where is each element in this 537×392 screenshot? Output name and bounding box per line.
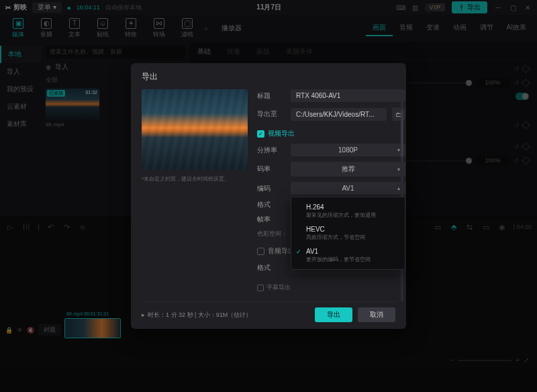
codec-option-av1[interactable]: AV1 更开放的编码，更节省空间 <box>291 244 405 266</box>
codec-option-hevc[interactable]: HEVC 高效压缩方式，节省空间 <box>291 222 405 244</box>
checkbox-on-icon[interactable]: ✓ <box>257 130 264 138</box>
info-icon: ▸ <box>142 311 145 318</box>
codec-option-h264[interactable]: H.264 最常见的压缩方式，更加通用 <box>291 200 405 222</box>
checkbox-off-icon[interactable] <box>257 285 264 291</box>
label-colorspace: 色彩空间： <box>257 230 287 238</box>
video-export-section[interactable]: ✓ 视频导出 <box>257 129 405 138</box>
export-preview <box>142 89 248 170</box>
chevron-down-icon: ▾ <box>397 147 400 153</box>
dialog-title: 导出 <box>142 71 395 83</box>
cancel-button[interactable]: 取消 <box>358 307 395 322</box>
label-codec: 编码 <box>257 184 285 193</box>
checkbox-off-icon[interactable] <box>257 248 264 255</box>
label-path: 导出至 <box>257 109 285 119</box>
path-input[interactable] <box>291 108 387 121</box>
cover-hint: *未自定义封面，建议去时间线设置。 <box>142 175 248 183</box>
label-audio-format: 格式 <box>257 263 285 273</box>
codec-select[interactable]: AV1▴ H.264 最常见的压缩方式，更加通用 HEVC 高效压缩方式，节省空… <box>291 182 405 195</box>
dialog-scrollbar[interactable] <box>401 90 403 302</box>
chevron-up-icon: ▴ <box>397 185 400 191</box>
chevron-down-icon: ▾ <box>397 166 400 173</box>
modal-overlay: 导出 *未自定义封面，建议去时间线设置。 标题 导出至 🗀 ✓ 视频导出 <box>0 0 537 392</box>
bitrate-select[interactable]: 推荐▾ <box>291 162 405 177</box>
export-size-info: 时长：1 分 32 秒 | 大小：91M（估计） <box>148 311 252 320</box>
label-resolution: 分辨率 <box>257 146 285 155</box>
label-fps: 帧率 <box>257 215 285 224</box>
folder-icon[interactable]: 🗀 <box>392 107 405 121</box>
resolution-select[interactable]: 1080P▾ <box>291 144 405 156</box>
label-format: 格式 <box>257 200 285 209</box>
label-bitrate: 码率 <box>257 164 285 174</box>
label-title: 标题 <box>257 91 285 101</box>
codec-dropdown: H.264 最常见的压缩方式，更加通用 HEVC 高效压缩方式，节省空间 AV1… <box>291 197 405 270</box>
title-input[interactable] <box>291 89 405 102</box>
export-button[interactable]: 导出 <box>315 307 352 322</box>
export-dialog: 导出 *未自定义封面，建议去时间线设置。 标题 导出至 🗀 ✓ 视频导出 <box>131 63 406 329</box>
subtitle-export-section[interactable]: 字幕导出 <box>257 283 405 292</box>
